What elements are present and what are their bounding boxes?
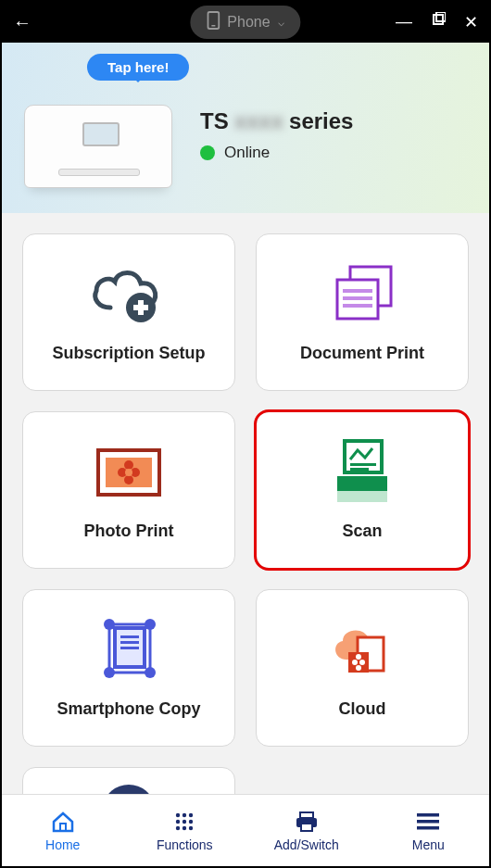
- minimize-icon[interactable]: ―: [396, 12, 412, 32]
- svg-rect-10: [343, 296, 372, 300]
- card-subscription-setup[interactable]: Subscription Setup: [22, 233, 235, 391]
- svg-rect-55: [417, 813, 439, 817]
- scanner-icon: [321, 440, 404, 505]
- tab-label: Menu: [412, 837, 445, 852]
- svg-rect-9: [343, 289, 372, 293]
- svg-rect-2: [434, 15, 443, 24]
- tab-home[interactable]: Home: [2, 795, 124, 866]
- card-label: Subscription Setup: [52, 344, 205, 363]
- svg-point-37: [352, 660, 358, 665]
- card-document-print[interactable]: Document Print: [256, 233, 469, 391]
- device-mode-selector[interactable]: Phone ⌵: [190, 6, 300, 39]
- svg-rect-57: [417, 826, 439, 830]
- tab-label: Home: [45, 837, 80, 852]
- home-icon: [50, 810, 76, 834]
- tab-label: Functions: [157, 837, 213, 852]
- cloud-doc-icon: [321, 618, 404, 683]
- svg-rect-22: [337, 491, 387, 502]
- svg-rect-24: [120, 635, 139, 638]
- svg-point-40: [356, 665, 361, 671]
- card-smartphone-copy[interactable]: Smartphone Copy: [22, 589, 235, 747]
- svg-point-43: [176, 812, 180, 816]
- svg-rect-11: [343, 304, 372, 308]
- svg-point-16: [124, 460, 133, 470]
- svg-point-47: [183, 819, 186, 823]
- card-label: Photo Print: [84, 522, 174, 541]
- device-header: Tap here! TS xxxx series Online: [2, 43, 489, 213]
- svg-point-50: [183, 825, 186, 829]
- photo-flower-icon: [87, 440, 170, 505]
- card-label: Scan: [342, 522, 382, 541]
- document-stack-icon: [321, 262, 404, 327]
- tab-add-switch[interactable]: Add/Switch: [246, 795, 368, 866]
- status-dot-icon: [200, 145, 215, 160]
- card-label: Document Print: [300, 344, 424, 363]
- status-text: Online: [224, 144, 270, 162]
- svg-point-46: [176, 819, 180, 823]
- tab-functions[interactable]: Functions: [124, 795, 246, 866]
- phone-icon: [207, 11, 220, 33]
- back-arrow-icon[interactable]: ←: [13, 12, 31, 33]
- svg-rect-20: [350, 463, 376, 466]
- partial-icon: [87, 774, 170, 795]
- printer-image[interactable]: [20, 89, 178, 195]
- svg-point-51: [189, 825, 193, 829]
- card-partial[interactable]: [22, 767, 235, 795]
- svg-rect-1: [211, 25, 215, 27]
- tab-menu[interactable]: Menu: [368, 795, 490, 866]
- svg-point-18: [125, 469, 132, 476]
- window-titlebar: ← Phone ⌵ ― ✕: [2, 2, 489, 43]
- function-grid: Subscription Setup Document Print: [2, 213, 489, 795]
- svg-point-38: [359, 660, 365, 665]
- chevron-down-icon: ⌵: [278, 16, 284, 29]
- menu-icon: [415, 810, 441, 834]
- card-label: Cloud: [339, 699, 386, 719]
- svg-rect-52: [300, 812, 313, 818]
- grid-icon: [171, 810, 197, 834]
- mode-label: Phone: [227, 14, 270, 31]
- tap-here-tooltip: Tap here!: [87, 54, 189, 81]
- svg-point-45: [189, 812, 193, 816]
- svg-point-48: [189, 819, 193, 823]
- svg-rect-54: [301, 824, 312, 831]
- svg-rect-6: [133, 305, 148, 310]
- svg-rect-26: [120, 647, 139, 649]
- svg-rect-3: [436, 12, 446, 21]
- restore-icon[interactable]: [431, 12, 446, 32]
- cloud-plus-icon: [87, 262, 170, 327]
- bottom-tabbar: Home Functions Add/Switch Menu: [2, 794, 489, 866]
- svg-point-17: [124, 475, 133, 484]
- device-name: TS xxxx series: [200, 108, 353, 134]
- card-photo-print[interactable]: Photo Print: [22, 411, 235, 569]
- device-status: Online: [200, 144, 353, 162]
- tab-label: Add/Switch: [274, 837, 339, 852]
- printer-icon: [294, 810, 320, 834]
- svg-point-49: [176, 825, 180, 829]
- card-cloud[interactable]: Cloud: [256, 589, 469, 747]
- svg-point-39: [356, 654, 361, 660]
- card-label: Smartphone Copy: [57, 699, 200, 719]
- svg-rect-21: [350, 468, 369, 471]
- crop-doc-icon: [87, 618, 170, 683]
- card-scan[interactable]: Scan: [256, 411, 469, 569]
- svg-rect-25: [120, 641, 139, 644]
- svg-rect-56: [417, 820, 439, 824]
- svg-point-44: [183, 812, 186, 816]
- close-icon[interactable]: ✕: [464, 12, 478, 32]
